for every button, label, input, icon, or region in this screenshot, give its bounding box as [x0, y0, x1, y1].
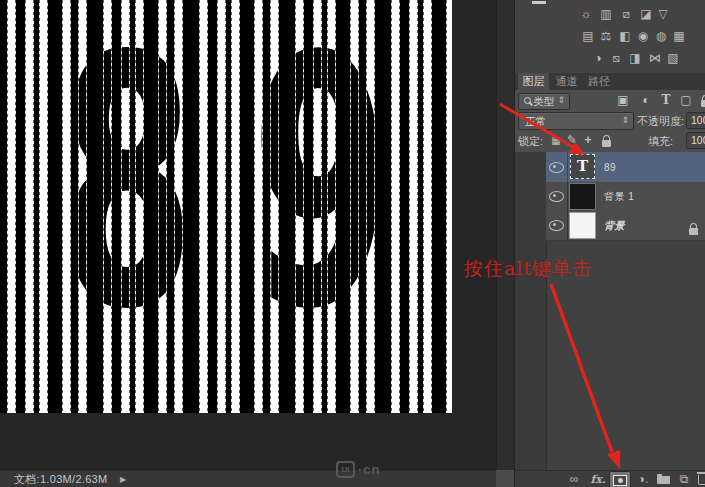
- delete-layer-icon[interactable]: [696, 471, 705, 487]
- visibility-toggle[interactable]: [546, 211, 568, 240]
- filter-kind-dropdown[interactable]: 类型 ⇕: [518, 93, 570, 110]
- filter-kind-label: 类型: [533, 94, 554, 109]
- tutorial-annotation: 按住alt键单击: [464, 256, 592, 282]
- mask-rect-icon: [613, 475, 627, 486]
- eye-icon: [549, 162, 564, 173]
- visibility-toggle[interactable]: [546, 152, 568, 182]
- layer-row-background[interactable]: 背景: [546, 211, 705, 241]
- status-expand-arrow[interactable]: ▶: [120, 471, 126, 487]
- filter-type-layers-icon[interactable]: T: [658, 93, 674, 108]
- tab-channels[interactable]: 通道: [551, 73, 582, 90]
- layer-name[interactable]: 89: [604, 152, 616, 182]
- opacity-label: 不透明度:: [637, 114, 684, 129]
- add-layer-mask-button[interactable]: [609, 471, 631, 487]
- panel-dock-edge: [496, 0, 515, 470]
- opacity-value[interactable]: 100%: [686, 112, 705, 129]
- layer-row-bg1[interactable]: 背景 1: [546, 182, 705, 212]
- layer-style-icon[interactable]: fx.: [590, 471, 606, 487]
- lock-label: 锁定:: [518, 134, 543, 149]
- exposure-icon[interactable]: ◪: [638, 7, 654, 22]
- blend-mode-value: 正常: [525, 113, 546, 129]
- brightness-contrast-icon[interactable]: ☼: [578, 7, 594, 22]
- layer-row-89[interactable]: T 89: [546, 152, 705, 183]
- lock-paint-icon[interactable]: ✎: [564, 133, 580, 148]
- fill-label: 填充:: [648, 134, 673, 149]
- fill-value[interactable]: 100%: [686, 132, 705, 149]
- layer-thumbnail[interactable]: [570, 184, 595, 209]
- panel-dock-edge-bottom: [496, 470, 514, 487]
- layers-panel-buttons: ∞ fx. ◑. ⧉: [515, 470, 705, 487]
- filter-adjustment-layers-icon[interactable]: ◐: [638, 93, 654, 108]
- color-balance-icon[interactable]: ⚖: [598, 29, 614, 44]
- lock-all-icon[interactable]: [598, 136, 614, 151]
- text-layer-thumbnail[interactable]: T: [570, 154, 595, 179]
- lock-move-icon[interactable]: +: [580, 133, 596, 148]
- new-group-icon[interactable]: [655, 471, 671, 487]
- tab-layers[interactable]: 图层: [518, 73, 549, 90]
- posterize-icon[interactable]: ⧅: [608, 51, 624, 66]
- layer-name[interactable]: 背景 1: [604, 182, 634, 211]
- visibility-toggle[interactable]: [546, 182, 568, 211]
- filter-pixel-layers-icon[interactable]: ▣: [615, 93, 631, 108]
- gradient-map-icon[interactable]: ⋈: [647, 51, 663, 66]
- selective-color-icon[interactable]: ▧: [665, 51, 681, 66]
- marching-ants-overlay: [0, 0, 452, 413]
- curves-icon[interactable]: ⧄: [618, 7, 634, 22]
- layers-list: T 89 背景 1 背景: [515, 152, 705, 470]
- hue-saturation-icon[interactable]: ▤: [580, 29, 596, 44]
- layers-gutter: [515, 152, 547, 470]
- watermark-logo: UI: [336, 461, 355, 478]
- watermark-text: ·cn: [358, 462, 381, 477]
- eye-icon: [549, 220, 564, 231]
- color-lookup-icon[interactable]: ▦: [671, 29, 687, 44]
- panel-collapse-icon[interactable]: [532, 1, 546, 4]
- levels-icon[interactable]: ▥: [598, 7, 614, 22]
- link-layers-icon[interactable]: ∞: [565, 471, 583, 487]
- document-canvas[interactable]: 8 9: [0, 0, 452, 413]
- channel-mixer-icon[interactable]: ◍: [653, 29, 669, 44]
- panel-tabbar: 图层 通道 路径: [515, 73, 705, 90]
- updown-arrows-icon: ⇕: [621, 115, 629, 125]
- watermark: UI ·cn: [336, 461, 381, 478]
- filter-shape-layers-icon[interactable]: ▢: [678, 93, 694, 108]
- new-adjustment-layer-icon[interactable]: ◑.: [634, 471, 652, 487]
- filter-smart-objects-icon[interactable]: [697, 96, 705, 111]
- blend-mode-dropdown[interactable]: 正常 ⇕: [518, 112, 634, 130]
- threshold-icon[interactable]: ◨: [627, 51, 643, 66]
- background-lock-icon: [689, 221, 698, 239]
- new-layer-icon[interactable]: ⧉: [676, 471, 692, 487]
- photo-filter-icon[interactable]: ◉: [635, 29, 651, 44]
- updown-arrows-icon: ⇕: [557, 95, 565, 105]
- photoshop-window: 8 9 ☼ ▥ ⧄ ◪ ▽ ▤ ⚖ ◧ ◉ ◍ ▦ ◑ ⧅ ◨ ⋈ ▧: [0, 0, 705, 487]
- eye-icon: [549, 191, 564, 202]
- layer-name[interactable]: 背景: [604, 211, 625, 240]
- black-white-icon[interactable]: ◧: [617, 29, 633, 44]
- layers-panel-dock: ☼ ▥ ⧄ ◪ ▽ ▤ ⚖ ◧ ◉ ◍ ▦ ◑ ⧅ ◨ ⋈ ▧ 图层 通道 路径: [514, 0, 705, 487]
- search-icon: [524, 97, 531, 104]
- invert-icon[interactable]: ◑: [590, 51, 606, 66]
- layer-thumbnail[interactable]: [570, 213, 595, 238]
- tab-paths[interactable]: 路径: [584, 73, 614, 90]
- status-bar: 文档:1.03M/2.63M ▶: [0, 470, 496, 487]
- document-size-readout: 文档:1.03M/2.63M: [14, 471, 107, 487]
- lock-transparency-icon[interactable]: ▦: [548, 133, 564, 148]
- vibrance-icon[interactable]: ▽: [655, 7, 671, 22]
